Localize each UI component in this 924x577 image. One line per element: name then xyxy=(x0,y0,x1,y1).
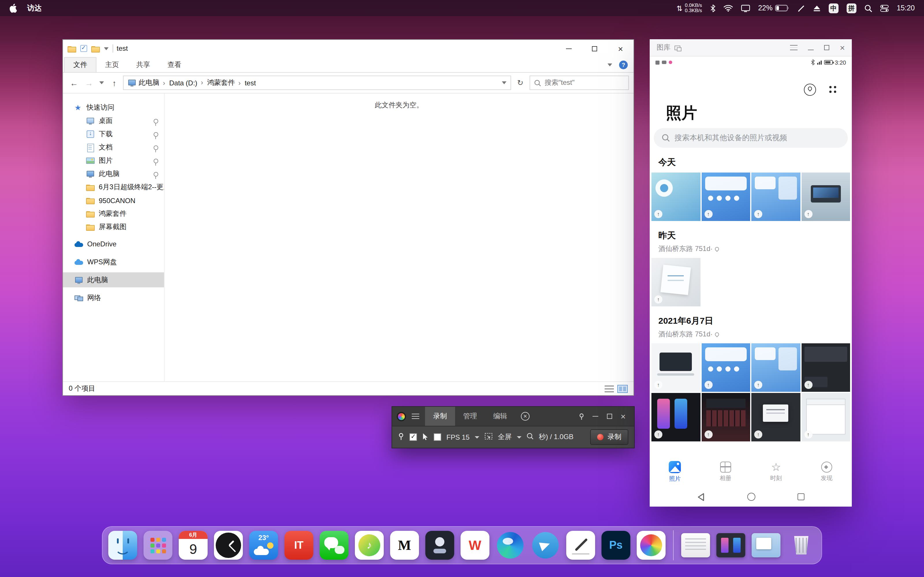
circle-close-icon[interactable] xyxy=(521,412,530,421)
tab-view[interactable]: 查看 xyxy=(159,57,190,72)
dock-minimized-window-3[interactable] xyxy=(752,533,780,558)
gallery-scroll-area[interactable]: 今天 昨天 酒仙桥东路 751d· 2021年6月7日 酒仙桥东路 7 xyxy=(650,148,852,457)
nav-discover[interactable]: 发现 xyxy=(801,462,852,482)
dock-wechat-icon[interactable] xyxy=(320,531,349,560)
tab-edit[interactable]: 编辑 xyxy=(485,407,515,426)
input-method-cn-icon[interactable]: 中 xyxy=(829,3,838,13)
wifi-icon[interactable] xyxy=(723,5,733,11)
dock-calendar-icon[interactable]: 6月 9 xyxy=(179,531,208,560)
capture-mode-value[interactable]: 全屏 xyxy=(498,432,512,442)
battery-indicator[interactable]: 22% xyxy=(758,4,789,12)
sidebar-item-this-pc[interactable]: 此电脑 xyxy=(63,272,164,287)
photo-thumbnail[interactable] xyxy=(701,172,750,221)
photo-thumbnail[interactable] xyxy=(751,172,800,221)
dock-edge-icon[interactable] xyxy=(496,531,525,560)
fps-dropdown-chevron-icon[interactable] xyxy=(475,436,479,438)
cursor-effect-checkbox[interactable] xyxy=(434,434,441,441)
photo-thumbnail[interactable] xyxy=(701,393,750,442)
help-icon[interactable] xyxy=(619,60,628,69)
nav-photos[interactable]: 照片 xyxy=(650,461,700,483)
sidebar-item-folder-harmony[interactable]: 鸿蒙套件 xyxy=(63,207,164,221)
dock-clock-icon[interactable] xyxy=(214,531,243,560)
photo-thumbnail[interactable] xyxy=(751,343,800,392)
active-app-name[interactable]: 访达 xyxy=(27,3,42,13)
photo-thumbnail[interactable] xyxy=(651,172,700,221)
spotlight-search-icon[interactable] xyxy=(864,4,872,12)
dock-photoshop-icon[interactable]: Ps xyxy=(601,531,630,560)
breadcrumb-this-pc[interactable]: 此电脑 xyxy=(137,78,160,88)
sidebar-item-pictures[interactable]: 图片 xyxy=(63,154,164,167)
tab-manage[interactable]: 管理 xyxy=(455,407,485,426)
recorder-titlebar[interactable]: 录制 管理 编辑 xyxy=(392,407,634,426)
sidebar-item-this-pc-pinned[interactable]: 此电脑 xyxy=(63,167,164,181)
sidebar-item-downloads[interactable]: 下载 xyxy=(63,127,164,141)
sidebar-item-network[interactable]: 网络 xyxy=(63,290,164,305)
gallery-menu-icon[interactable] xyxy=(790,45,798,50)
ribbon-expand-chevron-icon[interactable] xyxy=(607,63,612,66)
up-button[interactable]: ↑ xyxy=(108,76,121,89)
menu-icon[interactable] xyxy=(412,414,419,419)
pushpin-icon[interactable] xyxy=(398,432,404,442)
android-back-icon[interactable] xyxy=(697,492,704,501)
explorer-minimize-button[interactable] xyxy=(556,40,582,57)
dock-weather-icon[interactable]: 23° xyxy=(249,531,278,560)
photo-thumbnail[interactable] xyxy=(801,343,850,392)
address-bar[interactable]: 此电脑 Data (D:) 鸿蒙套件 test xyxy=(123,76,511,90)
sidebar-item-desktop[interactable]: 桌面 xyxy=(63,114,164,127)
recorder-maximize-button[interactable] xyxy=(603,410,615,423)
dock-ithome-icon[interactable]: IT xyxy=(284,531,313,560)
mode-dropdown-chevron-icon[interactable] xyxy=(517,436,522,438)
dock-qq-music-icon[interactable] xyxy=(355,531,384,560)
recorder-close-button[interactable] xyxy=(617,410,630,423)
back-button[interactable]: ← xyxy=(68,76,80,89)
sidebar-item-folder-terminal[interactable]: 6月3日超级终端2--更新 xyxy=(63,181,164,194)
sidebar-item-wps-cloud[interactable]: WPS网盘 xyxy=(63,255,164,269)
photo-thumbnail[interactable] xyxy=(801,393,850,442)
gallery-maximize-button[interactable] xyxy=(824,44,829,52)
tab-file[interactable]: 文件 xyxy=(64,57,97,72)
breadcrumb-folder[interactable]: 鸿蒙套件 xyxy=(200,78,236,88)
photo-thumbnail[interactable] xyxy=(701,343,750,392)
breadcrumb-current[interactable]: test xyxy=(237,79,257,87)
control-center-icon[interactable] xyxy=(880,4,888,12)
stylus-icon[interactable] xyxy=(797,4,805,12)
dock-editor-icon[interactable] xyxy=(566,531,595,560)
photo-thumbnail[interactable] xyxy=(651,258,700,306)
gallery-search-input[interactable]: 搜索本机和其他设备的照片或视频 xyxy=(654,128,848,148)
explorer-titlebar[interactable]: test xyxy=(63,40,633,57)
tab-share[interactable]: 共享 xyxy=(128,57,159,72)
dock-wps-icon[interactable]: W xyxy=(460,531,489,560)
region-select-icon[interactable] xyxy=(485,433,493,442)
sidebar-item-quick-access[interactable]: 快速访问 xyxy=(63,101,164,114)
breadcrumb-drive[interactable]: Data (D:) xyxy=(162,79,199,87)
qat-properties-icon[interactable] xyxy=(80,45,87,52)
record-button[interactable]: 录制 xyxy=(590,429,628,445)
history-chevron-icon[interactable] xyxy=(98,76,106,89)
dock-launchpad-icon[interactable] xyxy=(144,531,172,560)
recorder-minimize-button[interactable] xyxy=(589,410,602,423)
explorer-maximize-button[interactable] xyxy=(582,40,607,57)
explorer-close-button[interactable] xyxy=(607,40,633,57)
tab-record[interactable]: 录制 xyxy=(425,407,455,426)
qat-newfolder-icon[interactable] xyxy=(91,45,100,52)
photo-thumbnail[interactable] xyxy=(651,343,700,392)
sidebar-item-onedrive[interactable]: OneDrive xyxy=(63,237,164,251)
map-location-icon[interactable] xyxy=(804,83,816,95)
photo-thumbnail[interactable] xyxy=(651,393,700,442)
explorer-search-input[interactable]: 搜索"test" xyxy=(530,76,629,90)
qat-customize-chevron-icon[interactable] xyxy=(104,47,108,50)
display-icon[interactable] xyxy=(741,4,750,12)
tab-home[interactable]: 主页 xyxy=(97,57,128,72)
gallery-titlebar[interactable]: 图库 xyxy=(650,39,852,56)
bluetooth-icon[interactable] xyxy=(710,4,715,12)
sidebar-item-folder-screenshots[interactable]: 屏幕截图 xyxy=(63,221,164,234)
forward-button[interactable]: → xyxy=(82,76,95,89)
dock-trash-icon[interactable] xyxy=(787,531,816,560)
thumbnail-view-icon[interactable] xyxy=(617,385,628,393)
android-recents-icon[interactable] xyxy=(798,493,804,500)
fps-value[interactable]: FPS 15 xyxy=(446,433,470,441)
photo-thumbnail[interactable] xyxy=(801,172,850,221)
sidebar-item-folder-950canon[interactable]: 950CANON xyxy=(63,194,164,207)
gallery-minimize-button[interactable] xyxy=(808,44,814,52)
dock-color-meter-icon[interactable] xyxy=(637,531,666,560)
